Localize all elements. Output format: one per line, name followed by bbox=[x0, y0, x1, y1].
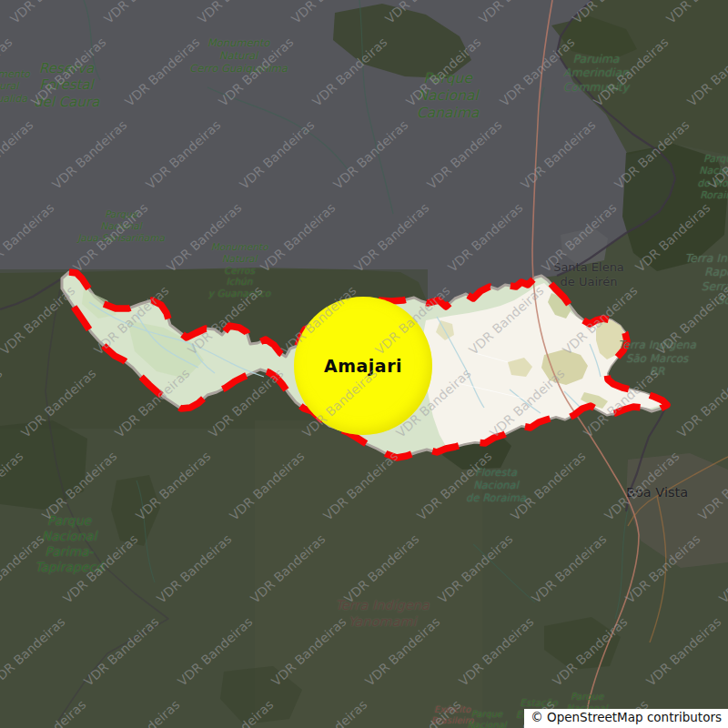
map-label-parque-nacional-jaua-sarisarinama: ParqueNacionalJaua-Sarisariñama bbox=[77, 208, 165, 243]
map-label-parque-nacional-parima-tapirapeco: ParqueNacionalParima-Tapirapecó bbox=[35, 513, 104, 575]
attribution-text[interactable]: © OpenStreetMap contributors bbox=[531, 710, 722, 724]
map-label-monumento-natural-cerro-guaiquinima: MonumentoNaturalCerro Guaiquinima bbox=[189, 36, 288, 75]
map-label-monumento-natural-maigualida: MonumentoNaturalMaigualida bbox=[0, 68, 30, 105]
map-label-terra-indigena-raposa-serra-do-sol: Terra IndígenaRaposaSerra doSol bbox=[684, 251, 728, 307]
map-label-terra-indigena-yanomami: Terra IndígenaYanomami bbox=[335, 598, 429, 630]
map-label-parque-nacional-canaima: ParqueNacionalCanaima bbox=[417, 70, 480, 122]
amajari-marker-circle[interactable]: Amajari bbox=[294, 297, 432, 435]
map-label-terra-indigena-sao-marcos: Terra IndígenaSão MarcosRR bbox=[618, 339, 696, 379]
amajari-label: Amajari bbox=[324, 356, 402, 376]
map-label-monumento-natural-cerros-ichun-y-guanacoco: MonumentoNaturalCerrosIchúny Guanacoco bbox=[208, 241, 270, 299]
map-viewport[interactable]: ReservaForestaldel CauraMonumentoNatural… bbox=[0, 0, 728, 728]
map-label-santa-elena-de-uairen: Santa Elenade Uairén bbox=[553, 260, 624, 289]
map-label-boa-vista: Boa Vista bbox=[626, 485, 688, 501]
map-label-reserva-forestal-del-caura: ReservaForestaldel Caura bbox=[34, 60, 99, 110]
map-label-paruima-amerindian-community: ParuimaAmerindianCommunity bbox=[563, 52, 629, 94]
map-label-parque-nacional-bottom-left: ParqueNacional bbox=[467, 709, 506, 728]
map-label-floresta-nacional-de-roraima: FlorestaNacionalde Roraima bbox=[466, 466, 526, 504]
map-label-parque-nacional-do-monte-roraima: ParqueNacionaldo MonteRoraima bbox=[697, 153, 728, 202]
attribution-bar[interactable]: © OpenStreetMap contributors bbox=[524, 709, 728, 728]
